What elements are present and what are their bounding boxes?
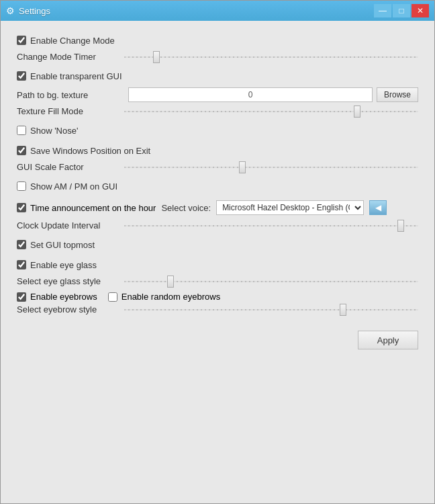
voice-play-button[interactable]: ◀	[369, 200, 387, 215]
texture-fill-mode-row: Texture Fill Mode	[17, 106, 418, 116]
enable-eyebrows-label: Enable eyebrows	[30, 292, 97, 302]
enable-transparent-gui-row: Enable transparent GUI	[17, 67, 418, 85]
select-eyebrow-style-row: Select eyebrow style	[17, 304, 418, 314]
show-nose-checkbox[interactable]	[17, 126, 26, 135]
save-windows-position-checkbox[interactable]	[17, 146, 26, 155]
texture-fill-mode-slider-container	[124, 107, 418, 116]
select-eye-glass-style-slider-container	[124, 277, 418, 286]
path-bg-texture-label: Path to bg. texture	[17, 90, 124, 100]
close-button[interactable]: ✕	[412, 4, 429, 17]
enable-eye-glass-row: Enable eye glass	[17, 256, 418, 274]
set-gui-topmost-row: Set GUI topmost	[17, 236, 418, 253]
window-icon: ⚙	[6, 5, 15, 16]
time-announcement-checkbox-group: Time announcement on the hour	[17, 203, 156, 213]
maximize-button[interactable]: □	[393, 4, 410, 17]
title-bar-buttons: — □ ✕	[374, 4, 429, 17]
show-am-pm-label: Show AM / PM on GUI	[30, 181, 117, 192]
enable-random-eyebrows-label: Enable random eyebrows	[122, 292, 220, 302]
enable-random-eyebrows-checkbox[interactable]	[108, 292, 117, 302]
enable-transparent-gui-checkbox[interactable]	[17, 71, 26, 81]
path-bg-texture-row: Path to bg. texture Browse	[17, 87, 418, 102]
show-nose-label: Show 'Nose'	[30, 126, 78, 136]
enable-change-mode-checkbox[interactable]	[17, 36, 26, 45]
time-announcement-row: Time announcement on the hour Select voi…	[17, 198, 418, 218]
select-eye-glass-style-row: Select eye glass style	[17, 276, 418, 286]
clock-update-interval-label: Clock Update Interval	[17, 220, 124, 230]
select-eyebrow-style-label: Select eyebrow style	[17, 304, 124, 314]
settings-content: Enable Change Mode Change Mode Timer Ena…	[1, 21, 434, 503]
clock-update-interval-slider[interactable]	[124, 221, 418, 230]
show-am-pm-checkbox[interactable]	[17, 181, 26, 191]
save-windows-position-label: Save Windows Position on Exit	[30, 146, 150, 156]
select-voice-label: Select voice:	[161, 203, 211, 213]
clock-update-interval-slider-container	[124, 221, 418, 230]
set-gui-topmost-label: Set GUI topmost	[30, 240, 95, 250]
minimize-button[interactable]: —	[374, 4, 391, 17]
apply-button[interactable]: Apply	[358, 331, 418, 349]
texture-fill-mode-slider[interactable]	[124, 107, 418, 116]
change-mode-timer-slider-container	[124, 52, 418, 62]
gui-scale-factor-slider[interactable]	[124, 163, 418, 172]
enable-transparent-gui-label: Enable transparent GUI	[30, 71, 122, 81]
change-mode-timer-label: Change Mode Timer	[17, 52, 124, 62]
browse-button[interactable]: Browse	[377, 87, 418, 102]
enable-eyebrows-group: Enable eyebrows	[17, 292, 97, 302]
select-eye-glass-style-label: Select eye glass style	[17, 276, 124, 286]
select-eye-glass-style-slider[interactable]	[124, 277, 418, 286]
select-eyebrow-style-slider-container	[124, 305, 418, 314]
enable-change-mode-row: Enable Change Mode	[17, 32, 418, 49]
path-bg-texture-input[interactable]	[128, 87, 373, 102]
voice-select[interactable]: Microsoft Hazel Desktop - English (Great…	[216, 200, 364, 215]
enable-eye-glass-label: Enable eye glass	[30, 260, 97, 270]
enable-random-eyebrows-group: Enable random eyebrows	[108, 292, 220, 302]
time-announcement-label: Time announcement on the hour	[30, 203, 156, 213]
enable-eye-glass-checkbox[interactable]	[17, 260, 26, 269]
apply-row: Apply	[17, 325, 418, 349]
show-nose-row: Show 'Nose'	[17, 122, 418, 139]
enable-change-mode-label: Enable Change Mode	[30, 36, 115, 46]
clock-update-interval-row: Clock Update Interval	[17, 220, 418, 230]
gui-scale-factor-slider-container	[124, 163, 418, 172]
gui-scale-factor-label: GUI Scale Factor	[17, 162, 124, 172]
texture-fill-mode-label: Texture Fill Mode	[17, 106, 124, 116]
save-windows-position-row: Save Windows Position on Exit	[17, 142, 418, 159]
window-title: Settings	[19, 6, 50, 16]
change-mode-timer-slider[interactable]	[124, 52, 418, 62]
set-gui-topmost-checkbox[interactable]	[17, 240, 26, 249]
settings-window: ⚙ Settings — □ ✕ Enable Change Mode Chan…	[0, 0, 435, 504]
change-mode-timer-row: Change Mode Timer	[17, 52, 418, 62]
title-bar: ⚙ Settings — □ ✕	[1, 1, 434, 21]
title-bar-left: ⚙ Settings	[6, 5, 50, 16]
enable-eyebrows-row: Enable eyebrows Enable random eyebrows	[17, 292, 418, 302]
show-am-pm-row: Show AM / PM on GUI	[17, 177, 418, 195]
enable-eyebrows-checkbox[interactable]	[17, 292, 26, 302]
select-eyebrow-style-slider[interactable]	[124, 305, 418, 314]
time-announcement-checkbox[interactable]	[17, 203, 26, 212]
gui-scale-factor-row: GUI Scale Factor	[17, 162, 418, 172]
